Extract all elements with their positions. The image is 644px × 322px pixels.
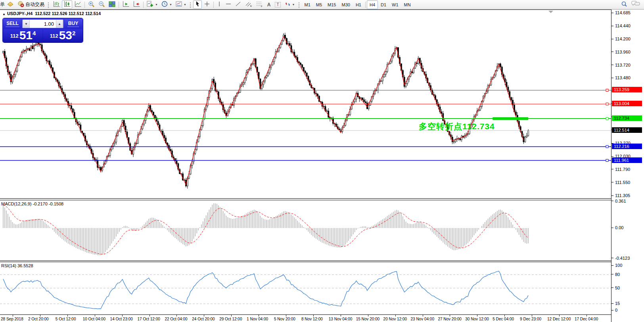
level-line-anchor bbox=[606, 89, 608, 91]
label-tool-button[interactable]: T bbox=[273, 0, 282, 9]
timeframe-M15-button[interactable]: M15 bbox=[325, 0, 339, 9]
svg-text:E: E bbox=[250, 5, 252, 7]
timeframe-H4-button[interactable]: H4 bbox=[367, 0, 378, 9]
fibonacci-tool-button[interactable]: F bbox=[254, 0, 264, 9]
buy-price-display[interactable]: 112 53 2 bbox=[43, 29, 82, 42]
macd-axis-tick bbox=[611, 258, 613, 258]
buy-price-pips: 53 bbox=[59, 30, 72, 40]
rsi-axis-tick-label: 80 bbox=[615, 272, 620, 277]
sell-button[interactable]: SELL bbox=[4, 19, 21, 29]
price-axis-tick bbox=[611, 169, 613, 169]
level-price-label: 112.216 bbox=[612, 144, 642, 149]
periods-button[interactable]: ▼ bbox=[160, 0, 174, 9]
toolbar-separator bbox=[119, 2, 119, 8]
horizontal-line-icon bbox=[225, 2, 232, 8]
templates-button[interactable]: ▼ bbox=[174, 0, 188, 9]
toolbar-grip bbox=[298, 2, 300, 8]
rsi-line bbox=[3, 271, 528, 309]
chart-shift-marker-icon[interactable] bbox=[548, 11, 553, 13]
highlight-segment bbox=[493, 117, 528, 120]
time-axis-tick bbox=[504, 315, 505, 316]
time-axis-tick bbox=[559, 315, 560, 316]
time-axis-tick bbox=[450, 315, 450, 316]
buy-price-point: 2 bbox=[72, 30, 75, 36]
sell-price-display[interactable]: 112 51 4 bbox=[4, 29, 42, 42]
chart-shift-button[interactable] bbox=[131, 0, 142, 9]
autotrading-button[interactable]: 自动交易 bbox=[16, 0, 46, 9]
level-line-anchor bbox=[606, 103, 608, 105]
lot-increase-button[interactable]: ▲ bbox=[56, 20, 63, 28]
crosshair-button[interactable] bbox=[202, 0, 212, 9]
candlestick-chart-button[interactable] bbox=[62, 0, 72, 9]
chevron-down-icon: ▼ bbox=[292, 3, 295, 6]
toolbar-grip bbox=[48, 2, 50, 8]
zoom-out-button[interactable] bbox=[97, 0, 107, 9]
time-axis-tick bbox=[40, 315, 40, 316]
timeframe-H1-button[interactable]: H1 bbox=[353, 0, 364, 9]
clock-icon bbox=[161, 1, 168, 8]
timeframe-D1-button[interactable]: D1 bbox=[378, 0, 389, 9]
zoom-in-button[interactable] bbox=[86, 0, 96, 9]
lot-decrease-button[interactable]: ▼ bbox=[23, 20, 30, 28]
macd-histogram bbox=[3, 203, 528, 255]
time-axis-label: 2 Oct 20:00 bbox=[28, 317, 49, 321]
label-tool-icon: T bbox=[275, 2, 280, 8]
time-axis-tick bbox=[586, 315, 587, 316]
price-axis-tick bbox=[611, 78, 613, 78]
lot-size-input[interactable] bbox=[30, 20, 56, 28]
price-axis-tick-label: 111.790 bbox=[615, 167, 630, 172]
time-axis-label: 24 Oct 20:00 bbox=[192, 317, 215, 321]
svg-text:F: F bbox=[261, 5, 263, 7]
price-chart-canvas[interactable] bbox=[0, 10, 611, 198]
horizontal-line-tool-button[interactable] bbox=[224, 0, 233, 9]
order-button[interactable]: 单 bbox=[0, 1, 5, 8]
candles-group bbox=[3, 33, 529, 189]
price-axis-tick-label: 111.550 bbox=[615, 180, 630, 185]
chat-icon[interactable] bbox=[631, 1, 640, 9]
time-axis-tick bbox=[259, 315, 259, 316]
chart-collapse-icon[interactable]: ▲ bbox=[2, 12, 6, 16]
price-axis-tick bbox=[611, 65, 613, 65]
price-chart-panel[interactable]: ▲USDJPY-,H4 112.522 112.526 112.512 112.… bbox=[0, 10, 611, 199]
indicators-button[interactable]: ▼ bbox=[145, 0, 159, 9]
search-icon[interactable] bbox=[621, 1, 627, 9]
time-axis-label: 29 Oct 12:00 bbox=[219, 317, 242, 321]
price-axis[interactable]: 114.685114.440114.200113.960113.720113.4… bbox=[611, 10, 644, 322]
trendline-tool-button[interactable] bbox=[234, 0, 243, 9]
line-chart-button[interactable] bbox=[73, 0, 83, 9]
buy-button[interactable]: BUY bbox=[64, 19, 82, 29]
macd-axis-tick bbox=[611, 228, 613, 228]
pivot-annotation-text: 多空转折点112.734 bbox=[419, 121, 495, 132]
text-tool-icon: A bbox=[266, 2, 272, 8]
bar-chart-button[interactable] bbox=[51, 0, 61, 9]
arrows-tool-button[interactable]: ▼ bbox=[283, 0, 297, 9]
channel-tool-button[interactable]: E bbox=[243, 0, 254, 9]
cursor-icon bbox=[195, 1, 200, 8]
timeframe-W1-button[interactable]: W1 bbox=[389, 0, 401, 9]
new-order-button[interactable] bbox=[5, 0, 15, 9]
price-axis-tick-label: 113.720 bbox=[615, 63, 631, 67]
price-axis-tick bbox=[611, 196, 613, 196]
price-axis-tick bbox=[611, 52, 613, 52]
tile-windows-button[interactable] bbox=[107, 0, 117, 9]
toolbar-separator bbox=[84, 2, 85, 8]
timeframe-M1-button[interactable]: M1 bbox=[302, 0, 313, 9]
time-axis-label: 23 Nov 04:00 bbox=[411, 317, 435, 321]
timeframe-MN-button[interactable]: MN bbox=[401, 0, 414, 9]
autoscroll-button[interactable] bbox=[121, 0, 131, 9]
text-tool-button[interactable]: A bbox=[265, 0, 273, 9]
macd-axis-tick-label: 0.00 bbox=[615, 225, 623, 230]
time-axis-label: 17 Dec 04:00 bbox=[575, 317, 598, 321]
sell-price-prefix: 112 bbox=[10, 33, 19, 39]
vertical-line-tool-button[interactable] bbox=[215, 0, 223, 9]
macd-indicator-panel[interactable]: MACD(12,26,9) -0.2170 -0.1508 bbox=[0, 200, 611, 261]
timeframe-M30-button[interactable]: M30 bbox=[339, 0, 353, 9]
level-line-anchor bbox=[606, 146, 608, 148]
cursor-button[interactable] bbox=[193, 0, 202, 9]
timeframe-M5-button[interactable]: M5 bbox=[313, 0, 325, 9]
rsi-indicator-panel[interactable]: RSI(14) 36.5528 bbox=[0, 262, 611, 314]
time-axis[interactable]: 28 Sep 20182 Oct 20:005 Oct 12:0010 Oct … bbox=[0, 314, 611, 322]
time-axis-label: 17 Oct 12:00 bbox=[138, 317, 160, 321]
new-order-icon bbox=[7, 1, 14, 8]
rsi-axis-tick bbox=[611, 265, 613, 266]
